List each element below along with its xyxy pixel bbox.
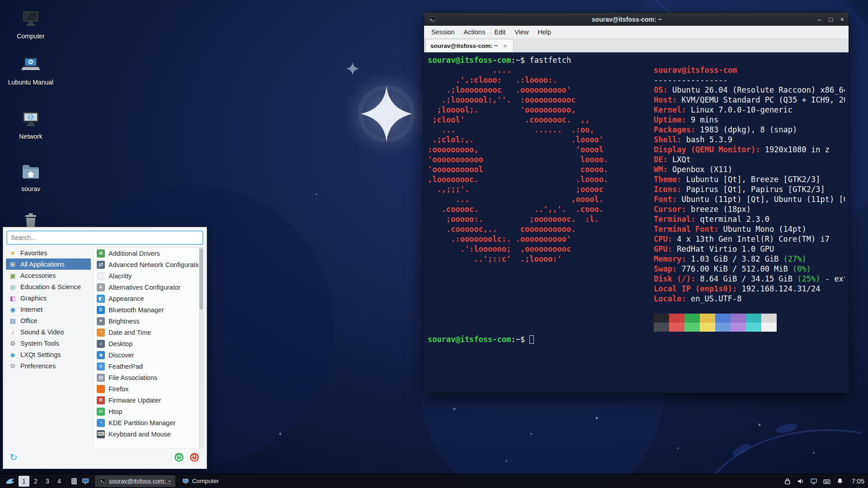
app-item[interactable]: ◈ Discover	[94, 349, 198, 361]
workspace-button[interactable]: 4	[54, 476, 65, 487]
app-item[interactable]: ⌂ Desktop	[94, 338, 198, 349]
category-icon: ⊞	[9, 261, 17, 268]
category-label: Sound & Video	[20, 328, 64, 336]
palette-block	[684, 323, 700, 332]
app-item[interactable]: ⚙ Additional Drivers	[94, 248, 198, 259]
category-item[interactable]: ★ Favorites	[6, 247, 91, 258]
close-button[interactable]: ×	[840, 16, 844, 23]
task-terminal[interactable]: sourav@itsfoss-com: ~	[95, 475, 175, 487]
app-icon: ◔	[97, 328, 105, 337]
app-item[interactable]: ⚙ Firmware Updater	[94, 394, 198, 406]
network-icon[interactable]	[810, 477, 818, 485]
menubar-item[interactable]: Actions	[459, 28, 490, 36]
start-menu-button[interactable]	[4, 475, 16, 487]
category-item[interactable]: ▤ Office	[6, 315, 91, 326]
category-item[interactable]: ⊞ All Applications	[6, 258, 91, 270]
category-icon: ★	[9, 249, 17, 257]
taskbar-panel: 1234	[0, 474, 868, 488]
volume-icon[interactable]	[797, 477, 805, 485]
app-item[interactable]: ▤ File Associations	[94, 372, 198, 383]
task-computer[interactable]: Computer	[178, 475, 223, 487]
category-item[interactable]: ◉ Internet	[6, 304, 91, 315]
tab-close-icon[interactable]: ×	[503, 42, 507, 50]
app-label: Date and Time	[108, 329, 151, 336]
app-label: FeatherPad	[108, 363, 143, 370]
desktop-icon-network[interactable]: Network	[6, 108, 55, 140]
app-label: Alacritty	[108, 272, 132, 280]
desktop-icon-label: Lubuntu Manual	[8, 79, 53, 86]
menubar-item[interactable]: Session	[427, 28, 459, 36]
leave-button[interactable]	[174, 452, 184, 462]
category-item[interactable]: ◧ Graphics	[6, 292, 91, 304]
app-item[interactable]: ⌨ Keyboard and Mouse	[94, 428, 198, 440]
fetch-line: Swap: 776.00 KiB / 512.00 MiB (0%)	[654, 264, 845, 274]
menubar-item[interactable]: Edit	[490, 28, 510, 36]
quicklaunch-desktop-icon[interactable]	[81, 477, 90, 485]
quicklaunch-filemanager-icon[interactable]	[70, 477, 78, 485]
palette-block	[654, 314, 669, 323]
app-item[interactable]: ▲ Alacritty	[94, 270, 198, 282]
palette-block	[715, 323, 731, 332]
workspace-button[interactable]: 1	[19, 476, 29, 487]
system-tray: 7:05	[783, 477, 864, 485]
fetch-line: WM: Openbox (X11)	[654, 164, 845, 174]
terminal-app-icon	[429, 16, 436, 23]
workspace-button[interactable]: 2	[30, 476, 41, 487]
desktop-icon-label: sourav	[21, 185, 40, 192]
menu-footer: ↻	[6, 449, 204, 466]
desktop-icon-lubuntu-manual[interactable]: Lubuntu Manual	[6, 54, 55, 86]
app-icon: A	[97, 283, 105, 291]
app-item[interactable]: ⇄ Advanced Network Configuration	[94, 259, 198, 270]
minimize-button[interactable]: –	[818, 16, 821, 23]
terminal-output[interactable]: sourav@itsfoss-com:~$ fastfetch .... .',…	[424, 52, 849, 393]
app-item[interactable]: Firefox	[94, 383, 198, 394]
app-item[interactable]: H Htop	[94, 406, 198, 417]
app-item[interactable]: A Alternatives Configurator	[94, 282, 198, 293]
clock[interactable]: 7:05	[852, 478, 864, 485]
search-input[interactable]	[7, 231, 203, 244]
menubar-item[interactable]: Help	[533, 28, 556, 36]
terminal-titlebar[interactable]: sourav@itsfoss-com: ~ – □ ×	[424, 13, 849, 26]
category-item[interactable]: ⚙ Preferences	[6, 360, 91, 371]
category-item[interactable]: ⚙ System Tools	[6, 338, 91, 349]
terminal-tab[interactable]: sourav@itsfoss-com: ~ ×	[425, 39, 514, 52]
fastfetch-output: .... .',:clooo: .:loooo:. .;looooooooc .…	[428, 65, 845, 332]
fetch-line: Host: KVM/QEMU Standard PC (Q35 + ICH9, …	[654, 95, 845, 105]
category-label: Preferences	[20, 362, 56, 370]
app-item[interactable]: ☀ Brightness	[94, 315, 198, 327]
workspace-button[interactable]: 3	[42, 476, 53, 487]
category-item[interactable]: ◆ LXQt Settings	[6, 349, 91, 360]
app-icon: ◧	[97, 295, 105, 303]
keyboard-icon[interactable]	[823, 477, 831, 485]
category-icon: ▣	[9, 272, 17, 279]
category-item[interactable]: ♪ Sound & Video	[6, 326, 91, 338]
scrollbar[interactable]	[199, 248, 203, 448]
app-item[interactable]: ≡ FeatherPad	[94, 361, 198, 372]
app-item[interactable]: ◔ Date and Time	[94, 327, 198, 338]
computer-task-icon	[182, 478, 189, 484]
desktop-icon-home[interactable]: sourav	[6, 161, 55, 192]
screen-lock-icon[interactable]	[783, 477, 792, 485]
app-item[interactable]: ◔ KDE Partition Manager	[94, 417, 198, 428]
category-item[interactable]: ◎ Education & Science	[6, 281, 91, 292]
app-item[interactable]: ◧ Appearance	[94, 293, 198, 304]
category-item[interactable]: ▣ Accessories	[6, 270, 91, 281]
app-icon: ▲	[97, 272, 105, 280]
app-icon: ≡	[97, 362, 105, 371]
category-list: ★ Favorites ⊞ All Applications ▣ Accesso…	[6, 247, 91, 449]
desktop-icon-computer[interactable]: Computer	[6, 8, 55, 40]
notifications-icon[interactable]	[836, 477, 844, 485]
refresh-icon[interactable]: ↻	[9, 452, 18, 463]
app-icon: ⌨	[97, 430, 105, 438]
scrollbar-thumb[interactable]	[199, 249, 203, 310]
menubar-item[interactable]: View	[510, 28, 533, 36]
app-icon: ⚙	[97, 396, 105, 404]
app-label: Bluetooth Manager	[108, 306, 164, 314]
app-label: Discover	[108, 352, 134, 359]
shutdown-button[interactable]	[189, 452, 199, 462]
app-item[interactable]: B Bluetooth Manager	[94, 304, 198, 315]
menu-columns: ★ Favorites ⊞ All Applications ▣ Accesso…	[6, 247, 204, 449]
maximize-button[interactable]: □	[829, 16, 832, 23]
app-label: Alternatives Configurator	[108, 284, 181, 291]
computer-icon	[20, 8, 42, 30]
